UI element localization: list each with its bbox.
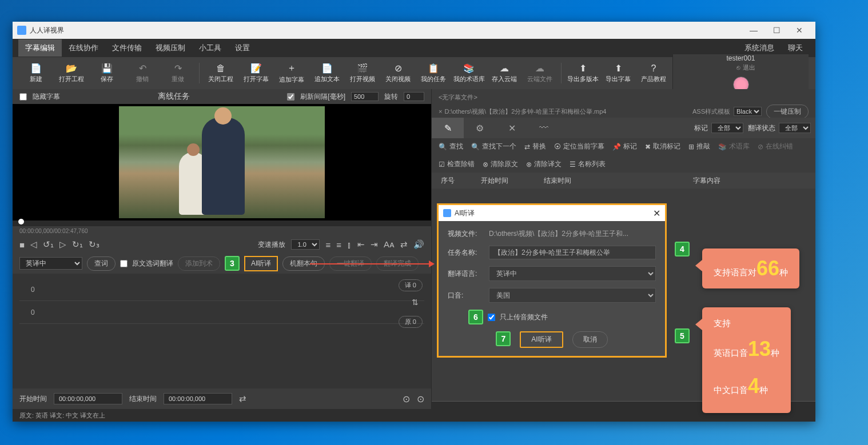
act-clear-trans[interactable]: ⊗ 清除译文 [526, 159, 562, 169]
act-find[interactable]: 🔍 查找 [439, 142, 463, 151]
tb-export-sub[interactable]: ⬆导出字幕 [602, 59, 635, 87]
back1-button[interactable]: ↺₁ [43, 239, 54, 250]
dlg-accent-select[interactable]: 美国 [489, 288, 656, 303]
swap-icon[interactable]: ⇅ [412, 298, 419, 307]
tools-tab[interactable]: ✕ [496, 118, 528, 138]
lang-select[interactable]: 英译中 [19, 257, 82, 270]
tb-append-sub[interactable]: ＋追加字幕 [275, 59, 308, 87]
speed-select[interactable]: 1.0 [291, 239, 320, 250]
tb-new[interactable]: 📄新建 [19, 59, 53, 87]
right-tabs: ✎ ⚙ ✕ 〰 标记 全部 翻译状态 全部 [432, 118, 815, 138]
tb-save[interactable]: 💾保存 [90, 59, 124, 87]
act-clear-src[interactable]: ⊗ 清除原文 [483, 159, 518, 169]
wave-tab[interactable]: 〰 [528, 118, 560, 138]
fwd3-button[interactable]: ↻₃ [89, 239, 99, 250]
dlg-task-input[interactable] [489, 246, 656, 259]
add-glossary-button[interactable]: 添加到术 [178, 256, 220, 271]
swap-time-icon[interactable]: ⇄ [239, 394, 246, 404]
maximize-button[interactable]: ☐ [765, 22, 788, 38]
refresh-checkbox[interactable] [287, 93, 294, 101]
edit-tab[interactable]: ✎ [432, 118, 464, 138]
dlg-lang-select[interactable]: 英译中 [489, 266, 656, 281]
undo-icon: ↶ [139, 63, 146, 74]
act-replace[interactable]: ⇄ 替换 [524, 142, 546, 151]
act-locate[interactable]: ⦿ 定位当前字幕 [554, 142, 604, 151]
act-namelist[interactable]: ☰ 名称列表 [570, 159, 606, 169]
minimize-button[interactable]: — [742, 22, 765, 38]
start-time-input[interactable] [54, 393, 122, 404]
tb-append-text[interactable]: 📄追加文本 [310, 59, 344, 87]
video-seekbar[interactable] [13, 221, 431, 226]
close-button[interactable]: ✕ [788, 22, 811, 38]
menu-file-transfer[interactable]: 文件传输 [105, 39, 149, 57]
prev-button[interactable]: ◁ [30, 239, 37, 250]
dlg-ok-button[interactable]: AI听译 [520, 331, 563, 348]
mark-filter[interactable]: 全部 [711, 123, 743, 133]
tb-cloud-file[interactable]: ☁云端文件 [523, 59, 556, 87]
tb-close-proj[interactable]: 🗑关闭工程 [204, 59, 237, 87]
act-online-correct[interactable]: ⊘ 在线纠错 [758, 142, 793, 151]
act-glossary[interactable]: 📚 术语库 [718, 142, 750, 151]
act-mark[interactable]: 📌 标记 [612, 142, 637, 151]
act-findnext[interactable]: 🔍 查找下一个 [471, 142, 516, 151]
menu-video-compress[interactable]: 视频压制 [149, 39, 192, 57]
tb-export-multi[interactable]: ⬆导出多版本 [566, 59, 599, 87]
menu-tools[interactable]: 小工具 [192, 39, 228, 57]
tb-undo[interactable]: ↶撤销 [126, 59, 159, 87]
yi-counter[interactable]: 译 0 [399, 279, 423, 291]
plus-icon: ＋ [287, 62, 296, 74]
volume-icon[interactable]: 🔊 [413, 239, 424, 250]
yuan-counter[interactable]: 原 0 [399, 316, 423, 328]
ass-style-select[interactable]: Black [734, 107, 762, 116]
dlg-cancel-button[interactable]: 取消 [572, 331, 608, 348]
playhead[interactable] [18, 219, 24, 224]
fwd1-button[interactable]: ↻₁ [72, 239, 83, 250]
interval-input[interactable] [351, 92, 379, 101]
act-check[interactable]: ☑ 检查除错 [439, 159, 475, 169]
adjust-tab[interactable]: ⚙ [464, 118, 496, 138]
export-icon: ⬆ [579, 63, 587, 74]
tb-redo[interactable]: ↷重做 [161, 59, 194, 87]
out-icon[interactable]: ⇥ [371, 239, 378, 250]
sub-row-1[interactable]: 0 [19, 301, 424, 324]
prev-sub-icon[interactable]: ⊙ [403, 394, 410, 404]
tb-close-video[interactable]: ⊘关闭视频 [381, 59, 415, 87]
app-window: 人人译视界 — ☐ ✕ 字幕编辑 在线协作 文件传输 视频压制 小工具 设置 系… [13, 22, 815, 422]
sub-row-0[interactable]: 0 [19, 278, 424, 301]
align2-icon[interactable]: ≡ [336, 240, 341, 250]
in-icon[interactable]: ⇤ [357, 239, 365, 250]
subtitle-icon: 📝 [250, 63, 262, 74]
lookup-button[interactable]: 查词 [87, 256, 116, 271]
ai-translate-button[interactable]: AI听译 [244, 256, 278, 271]
guide-arrow [310, 263, 430, 264]
hide-subtitle-checkbox[interactable] [19, 93, 27, 101]
act-unmark[interactable]: ✖ 取消标记 [645, 142, 680, 151]
tb-open-sub[interactable]: 📝打开字幕 [240, 59, 273, 87]
rotate-input[interactable] [404, 92, 424, 101]
align-icon[interactable]: ≡ [325, 240, 331, 250]
act-refine[interactable]: ⊞ 推敲 [688, 142, 710, 151]
tb-cloud-save[interactable]: ☁存入云端 [488, 59, 521, 87]
loop-icon[interactable]: ⇄ [400, 239, 408, 250]
dialog-close-button[interactable]: ✕ [653, 208, 660, 219]
menu-settings[interactable]: 设置 [228, 39, 257, 57]
tb-glossary[interactable]: 📚我的术语库 [452, 59, 485, 87]
status-filter[interactable]: 全部 [779, 123, 811, 133]
next-sub-icon[interactable]: ⊙ [417, 394, 424, 404]
tb-my-tasks[interactable]: 📋我的任务 [417, 59, 450, 87]
play-button[interactable]: ▷ [59, 239, 66, 250]
menu-subtitle-edit[interactable]: 字幕编辑 [18, 39, 62, 57]
font-icon[interactable]: Aᴀ [384, 239, 395, 250]
dlg-audio-only-checkbox[interactable] [488, 314, 495, 321]
tb-tutorial[interactable]: ?产品教程 [637, 59, 670, 87]
stop-button[interactable]: ■ [19, 240, 25, 250]
src-trans-checkbox[interactable] [120, 260, 128, 267]
video-preview[interactable] [13, 104, 431, 221]
logout-button[interactable]: ⎋ 退出 [736, 63, 755, 72]
split-icon[interactable]: ⫿ [347, 240, 352, 250]
tb-open[interactable]: 📂打开工程 [55, 59, 88, 87]
end-time-input[interactable] [164, 393, 232, 404]
tb-open-video[interactable]: 🎬打开视频 [346, 59, 379, 87]
menu-online-collab[interactable]: 在线协作 [62, 39, 105, 57]
compress-button[interactable]: 一键压制 [766, 105, 809, 119]
